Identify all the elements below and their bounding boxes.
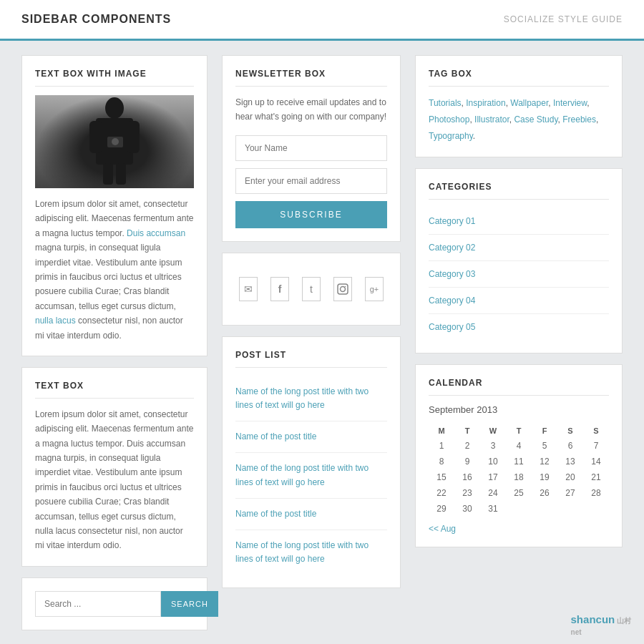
name-input[interactable] bbox=[235, 135, 387, 161]
calendar-day bbox=[583, 501, 609, 517]
newsletter-box: NEWSLETTER BOX Sign up to receive email … bbox=[222, 55, 401, 242]
calendar-day[interactable]: 17 bbox=[480, 469, 506, 485]
calendar-day[interactable]: 9 bbox=[454, 454, 480, 469]
calendar-table: MTWTFSS 12345678910111213141516171819202… bbox=[429, 424, 609, 517]
instagram-icon[interactable] bbox=[333, 277, 352, 301]
svg-point-10 bbox=[345, 286, 346, 287]
calendar-day[interactable]: 25 bbox=[506, 485, 532, 501]
category-item[interactable]: Category 04 bbox=[429, 288, 609, 314]
calendar-day[interactable]: 3 bbox=[480, 438, 506, 454]
calendar-day[interactable]: 29 bbox=[429, 501, 454, 517]
calendar-day[interactable]: 23 bbox=[454, 485, 480, 501]
search-box: SEARCH bbox=[21, 577, 208, 630]
category-item[interactable]: Category 01 bbox=[429, 208, 609, 235]
calendar-day[interactable]: 20 bbox=[557, 469, 583, 485]
category-item[interactable]: Category 03 bbox=[429, 261, 609, 288]
svg-point-0 bbox=[105, 97, 124, 119]
calendar-day bbox=[557, 501, 583, 517]
tag-item[interactable]: Illustrator bbox=[474, 114, 509, 125]
calendar-day[interactable]: 11 bbox=[506, 454, 532, 469]
svg-rect-3 bbox=[127, 121, 140, 153]
calendar-day[interactable]: 24 bbox=[480, 485, 506, 501]
calendar-header-cell: F bbox=[532, 424, 557, 438]
calendar-day[interactable]: 16 bbox=[454, 469, 480, 485]
post-list-item: Name of the long post title with two lin… bbox=[235, 376, 387, 421]
facebook-icon[interactable]: f bbox=[270, 277, 289, 301]
post-list-link[interactable]: Name of the post title bbox=[235, 431, 316, 441]
calendar-day[interactable]: 4 bbox=[506, 438, 532, 454]
silhouette-icon bbox=[86, 95, 143, 188]
calendar-day[interactable]: 2 bbox=[454, 438, 480, 454]
post-list-link[interactable]: Name of the post title bbox=[235, 509, 316, 519]
tag-box-title: TAG BOX bbox=[429, 69, 609, 87]
categories-list: Category 01Category 02Category 03Categor… bbox=[429, 208, 609, 340]
col-left: TEXT BOX WITH IMAGE bbox=[21, 55, 208, 630]
calendar-day[interactable]: 8 bbox=[429, 454, 454, 469]
post-list-item: Name of the post title bbox=[235, 421, 387, 453]
post-image-figure bbox=[35, 95, 194, 188]
email-icon[interactable]: ✉ bbox=[239, 277, 258, 301]
tag-item[interactable]: Wallpaper bbox=[510, 98, 548, 108]
calendar-day[interactable]: 26 bbox=[532, 485, 557, 501]
text-box-with-image: TEXT BOX WITH IMAGE bbox=[21, 55, 208, 356]
calendar-day[interactable]: 13 bbox=[557, 454, 583, 469]
calendar-day[interactable]: 19 bbox=[532, 469, 557, 485]
calendar-header-cell: T bbox=[454, 424, 480, 438]
tag-list: Tutorials, Inspiration, Wallpaper, Inter… bbox=[429, 95, 609, 144]
calendar-day[interactable]: 14 bbox=[583, 454, 609, 469]
calendar-day[interactable]: 30 bbox=[454, 501, 480, 517]
post-list-item: Name of the long post title with two lin… bbox=[235, 530, 387, 575]
googleplus-icon[interactable]: g+ bbox=[365, 277, 384, 301]
calendar-title: CALENDAR bbox=[429, 378, 609, 396]
newsletter-title: NEWSLETTER BOX bbox=[235, 69, 387, 87]
post-list-link[interactable]: Name of the long post title with two lin… bbox=[235, 463, 369, 487]
calendar-day[interactable]: 21 bbox=[583, 469, 609, 485]
calendar-day[interactable]: 1 bbox=[429, 438, 454, 454]
calendar-day[interactable]: 15 bbox=[429, 469, 454, 485]
tag-item[interactable]: Inspiration bbox=[466, 98, 505, 108]
tag-item[interactable]: Typography bbox=[429, 131, 473, 141]
calendar-day[interactable]: 31 bbox=[480, 501, 506, 517]
calendar-day[interactable]: 27 bbox=[557, 485, 583, 501]
calendar-day[interactable]: 5 bbox=[532, 438, 557, 454]
tag-item[interactable]: Interview bbox=[553, 98, 587, 108]
svg-rect-2 bbox=[89, 121, 102, 153]
post-image bbox=[35, 95, 194, 188]
calendar-prev-nav[interactable]: << Aug bbox=[429, 524, 609, 534]
search-button[interactable]: SEARCH bbox=[161, 591, 218, 617]
search-input[interactable] bbox=[35, 591, 161, 617]
svg-point-9 bbox=[341, 286, 346, 291]
post-list-item: Name of the long post title with two lin… bbox=[235, 453, 387, 498]
calendar-day[interactable]: 22 bbox=[429, 485, 454, 501]
post-list-link[interactable]: Name of the long post title with two lin… bbox=[235, 540, 369, 564]
calendar-day[interactable]: 18 bbox=[506, 469, 532, 485]
text-box-link1[interactable]: Duis accumsan bbox=[127, 228, 185, 238]
calendar-day[interactable]: 10 bbox=[480, 454, 506, 469]
text-box-title: TEXT BOX bbox=[35, 381, 194, 399]
page-title: SIDEBAR COMPONENTS bbox=[21, 13, 171, 26]
main-content: TEXT BOX WITH IMAGE bbox=[0, 41, 644, 644]
svg-point-7 bbox=[112, 138, 119, 145]
calendar-day bbox=[506, 501, 532, 517]
calendar-day[interactable]: 12 bbox=[532, 454, 557, 469]
subscribe-button[interactable]: SUBSCRIBE bbox=[235, 201, 387, 228]
calendar-day[interactable]: 6 bbox=[557, 438, 583, 454]
tag-item[interactable]: Case Study bbox=[514, 114, 557, 125]
calendar-row: 1234567 bbox=[429, 438, 609, 454]
category-item[interactable]: Category 02 bbox=[429, 235, 609, 261]
calendar-day[interactable]: 28 bbox=[583, 485, 609, 501]
tag-separator: , bbox=[596, 114, 598, 125]
twitter-icon[interactable]: t bbox=[302, 277, 321, 301]
tag-item[interactable]: Tutorials bbox=[429, 98, 462, 108]
post-list-item: Name of the post title bbox=[235, 499, 387, 530]
page-subtitle: SOCIALIZE STYLE GUIDE bbox=[504, 14, 623, 24]
category-item[interactable]: Category 05 bbox=[429, 314, 609, 340]
email-input[interactable] bbox=[235, 168, 387, 194]
post-list: POST LIST Name of the long post title wi… bbox=[222, 336, 401, 589]
tag-item[interactable]: Freebies bbox=[562, 114, 596, 125]
calendar-day[interactable]: 7 bbox=[583, 438, 609, 454]
post-list-link[interactable]: Name of the long post title with two lin… bbox=[235, 386, 369, 410]
tag-item[interactable]: Photoshop bbox=[429, 114, 469, 125]
text-box-link2[interactable]: nulla lacus bbox=[35, 316, 76, 326]
newsletter-text: Sign up to receive email updates and to … bbox=[235, 95, 387, 125]
